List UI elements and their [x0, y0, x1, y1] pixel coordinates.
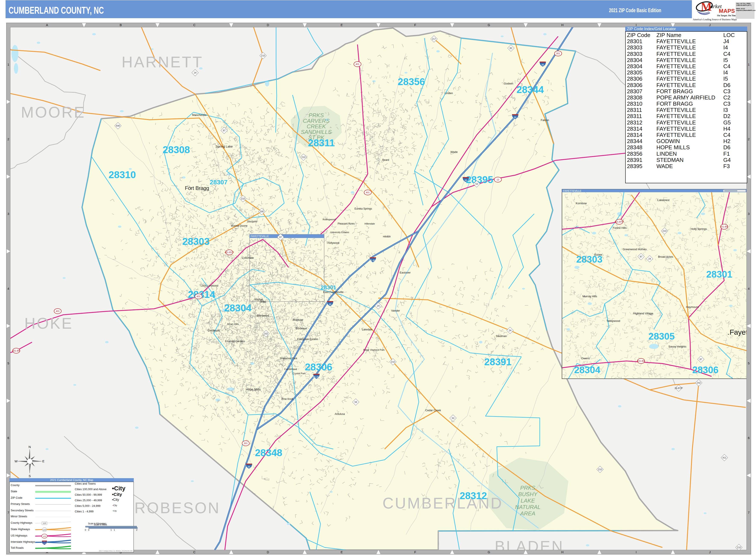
svg-text:Manchester: Manchester — [192, 113, 207, 116]
svg-text:7: 7 — [7, 511, 9, 514]
svg-text:Stedman: Stedman — [496, 335, 507, 338]
svg-text:401-BR: 401-BR — [12, 349, 20, 352]
svg-text:24: 24 — [509, 329, 511, 332]
svg-text:210: 210 — [391, 360, 395, 363]
svg-text:Linden: Linden — [445, 92, 453, 95]
svg-text:D: D — [267, 23, 269, 27]
svg-text:Crystal Park: Crystal Park — [293, 372, 306, 375]
svg-text:82: 82 — [509, 47, 512, 49]
svg-text:HARNETT: HARNETT — [122, 54, 203, 71]
svg-text:J: J — [709, 550, 711, 554]
svg-text:53: 53 — [476, 183, 478, 185]
svg-text:401: 401 — [366, 191, 370, 194]
svg-text:1: 1 — [748, 63, 750, 66]
svg-text:Cumberland: Cumberland — [284, 368, 297, 370]
svg-text:Hollywood: Hollywood — [327, 241, 339, 244]
svg-text:210: 210 — [261, 54, 265, 57]
svg-text:A: A — [46, 23, 48, 27]
svg-text:210: 210 — [598, 468, 602, 471]
svg-text:MAPS: MAPS — [719, 8, 735, 14]
svg-text:H: H — [561, 550, 564, 554]
svg-text:E: E — [341, 23, 343, 27]
svg-text:401: 401 — [56, 310, 60, 312]
svg-text:1: 1 — [7, 63, 9, 66]
svg-text:28301: 28301 — [706, 269, 732, 279]
svg-text:Pine Knoll: Pine Knoll — [281, 397, 293, 401]
svg-text:Lakecrest: Lakecrest — [657, 199, 670, 202]
svg-text:123: 123 — [43, 522, 46, 524]
svg-text:.Fayettevi: .Fayettevi — [727, 328, 756, 336]
svg-text:0: 0 — [85, 529, 86, 531]
svg-text:Wade: Wade — [450, 150, 457, 153]
svg-text:Lakedale: Lakedale — [362, 328, 372, 331]
svg-text:S: S — [29, 474, 31, 478]
svg-text:6: 6 — [748, 436, 750, 440]
svg-text:Hilldale: Hilldale — [383, 235, 390, 238]
svg-text:28391: 28391 — [484, 356, 512, 368]
svg-text:Fort Bragg: Fort Bragg — [185, 185, 209, 191]
svg-text:24-BYP: 24-BYP — [675, 387, 683, 389]
svg-text:BUSHY: BUSHY — [518, 491, 538, 497]
svg-text:University Estates: University Estates — [330, 231, 349, 234]
svg-text:87: 87 — [640, 255, 642, 258]
svg-text:0: 0 — [88, 529, 89, 531]
svg-text:Sherwood Park: Sherwood Park — [280, 357, 297, 360]
svg-text:AREA: AREA — [520, 510, 535, 517]
svg-text:401: 401 — [355, 63, 360, 65]
svg-text:Loch Lommond: Loch Lommond — [201, 284, 218, 287]
svg-text:G: G — [488, 23, 490, 27]
svg-text:295: 295 — [260, 210, 264, 213]
svg-text:28311: 28311 — [308, 137, 335, 148]
svg-text:Hillendale: Hillendale — [365, 222, 375, 225]
svg-text:301: 301 — [244, 442, 248, 445]
svg-text:28304: 28304 — [574, 364, 600, 375]
svg-text:LAKE: LAKE — [521, 497, 535, 504]
svg-text:2: 2 — [7, 137, 9, 141]
svg-text:Highland Village: Highland Village — [633, 312, 653, 315]
svg-text:PRKS: PRKS — [520, 485, 535, 491]
svg-text:F: F — [414, 550, 416, 554]
svg-text:Pleasant Acres: Pleasant Acres — [338, 222, 355, 225]
svg-text:East Fayetteville: East Fayetteville — [323, 290, 343, 293]
svg-text:I: I — [636, 23, 637, 27]
svg-text:401-BYP: 401-BYP — [614, 220, 624, 223]
svg-text:Spring Lake: Spring Lake — [216, 145, 233, 148]
svg-text:Eutaw: Eutaw — [595, 253, 602, 256]
svg-text:123: 123 — [43, 542, 46, 544]
svg-text:Rollingwood: Rollingwood — [323, 218, 336, 221]
svg-text:G: G — [488, 550, 490, 554]
svg-text:2021 © Intelligent Direct, Inc: 2021 © Intelligent Direct, Inc. Wellsbor… — [99, 550, 133, 552]
svg-text:411: 411 — [722, 456, 726, 459]
svg-text:F: F — [414, 23, 416, 27]
svg-text:401: 401 — [197, 295, 200, 298]
svg-text:242: 242 — [697, 382, 701, 384]
svg-text:210: 210 — [663, 230, 667, 232]
svg-text:13: 13 — [497, 178, 499, 181]
svg-text:Haymount: Haymount — [686, 305, 699, 309]
svg-text:Eastover: Eastover — [400, 271, 411, 274]
svg-text:Emerald Gardens: Emerald Gardens — [225, 340, 245, 343]
svg-text:95: 95 — [329, 303, 331, 306]
svg-text:HOKE: HOKE — [24, 315, 73, 332]
svg-text:Holly Springs: Holly Springs — [691, 227, 707, 231]
svg-text:210: 210 — [737, 546, 741, 549]
svg-text:Cottonade: Cottonade — [242, 256, 254, 259]
svg-text:N: N — [29, 445, 31, 449]
svg-text:210: 210 — [302, 156, 305, 159]
svg-text:America's Leading Source of B: America's Leading Source of Business Map… — [693, 18, 737, 21]
svg-text:4: 4 — [7, 287, 9, 290]
svg-text:401-BYP: 401-BYP — [225, 251, 234, 254]
svg-text:Glenbrook: Glenbrook — [208, 329, 220, 332]
svg-text:24: 24 — [648, 257, 651, 260]
svg-text:28344: 28344 — [517, 84, 544, 95]
svg-text:Savoy Heights: Savoy Heights — [668, 345, 686, 348]
svg-text:301: 301 — [556, 52, 560, 55]
svg-text:28307: 28307 — [210, 179, 227, 186]
svg-text:Talleywood: Talleywood — [606, 319, 620, 322]
svg-text:ROBESON: ROBESON — [135, 499, 220, 516]
svg-text:95: 95 — [248, 465, 250, 468]
svg-text:28310: 28310 — [109, 169, 136, 180]
svg-text:28306: 28306 — [305, 361, 332, 373]
svg-text:Evergreen Estates: Evergreen Estates — [297, 338, 318, 341]
svg-text:28356: 28356 — [398, 76, 425, 87]
